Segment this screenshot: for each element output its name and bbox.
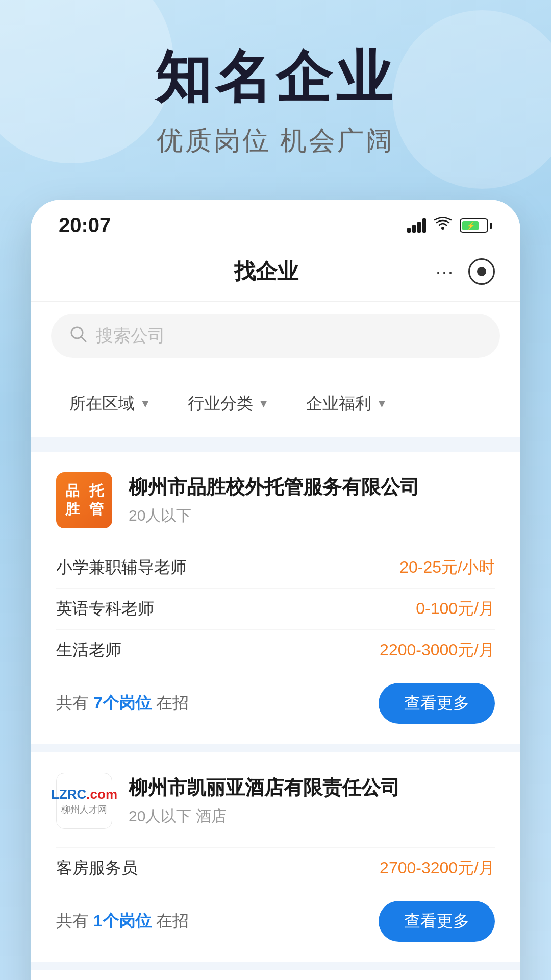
hero-section: 知名企业 优质岗位 机会广阔 (0, 0, 551, 189)
filter-industry-arrow: ▼ (258, 397, 269, 410)
status-bar: 20:07 (31, 200, 520, 247)
view-more-btn-1[interactable]: 查看更多 (379, 683, 495, 724)
job-salary-2-1: 2700-3200元/月 (380, 857, 495, 879)
job-salary-1-3: 2200-3000元/月 (380, 639, 495, 662)
filter-welfare-arrow: ▼ (377, 397, 388, 410)
lzrc-red-text: .com (86, 787, 117, 802)
footer-pre-1: 共有 (56, 694, 89, 712)
company-card-3[interactable]: LZRC.com 柳州人才网 柳州市三朵云食品公司 20-99人 批发/零售 财… (31, 970, 520, 980)
job-row-2-1: 客房服务员 2700-3200元/月 (56, 847, 495, 889)
hero-title: 知名企业 (0, 46, 551, 108)
company-logo-2: LZRC.com 柳州人才网 (56, 773, 112, 829)
search-icon (69, 325, 87, 347)
search-section: 搜索公司 (31, 302, 520, 372)
company-meta-2: 20人以下 酒店 (129, 806, 400, 827)
search-bar[interactable]: 搜索公司 (51, 314, 500, 358)
hero-subtitle: 优质岗位 机会广阔 (0, 123, 551, 159)
company-card-2[interactable]: LZRC.com 柳州人才网 柳州市凯丽亚酒店有限责任公司 20人以下 酒店 客… (31, 752, 520, 962)
job-row-1-3: 生活老师 2200-3000元/月 (56, 629, 495, 671)
signal-bar-1 (407, 228, 411, 233)
signal-icon (407, 218, 426, 233)
cards-section: 品胜 托管 柳州市品胜校外托管服务有限公司 20人以下 小学兼职辅导老师 20-… (31, 442, 520, 980)
footer-count-1: 共有 7个岗位 在招 (56, 692, 189, 715)
filter-area-arrow: ▼ (140, 397, 151, 410)
positions-count-2: 1个岗位 (93, 912, 152, 930)
search-placeholder: 搜索公司 (96, 324, 165, 348)
signal-bar-3 (417, 222, 421, 233)
battery-bolt: ⚡ (466, 222, 475, 230)
company-header-2: LZRC.com 柳州人才网 柳州市凯丽亚酒店有限责任公司 20人以下 酒店 (56, 773, 495, 829)
filter-welfare[interactable]: 企业福利 ▼ (288, 384, 406, 423)
svg-line-2 (81, 337, 86, 341)
svg-point-0 (441, 227, 444, 230)
nav-bar: 找企业 ··· (31, 247, 520, 302)
battery-body: ⚡ (460, 218, 488, 233)
job-row-1-1: 小学兼职辅导老师 20-25元/小时 (56, 547, 495, 588)
nav-title: 找企业 (234, 257, 298, 286)
footer-pre-2: 共有 (56, 912, 89, 930)
positions-count-1: 7个岗位 (93, 694, 152, 712)
job-title-2-1: 客房服务员 (56, 857, 138, 879)
nav-actions: ··· (436, 258, 495, 285)
filter-area[interactable]: 所在区域 ▼ (51, 384, 169, 423)
filter-industry-label: 行业分类 (188, 393, 253, 415)
company-header-1: 品胜 托管 柳州市品胜校外托管服务有限公司 20人以下 (56, 472, 495, 528)
filter-bar: 所在区域 ▼ 行业分类 ▼ 企业福利 ▼ (31, 372, 520, 442)
view-more-btn-2[interactable]: 查看更多 (379, 901, 495, 942)
job-salary-1-1: 20-25元/小时 (399, 556, 495, 579)
nav-more-button[interactable]: ··· (436, 261, 454, 282)
footer-post-1: 在招 (156, 694, 189, 712)
battery-tip (490, 223, 492, 229)
wifi-icon (434, 216, 452, 234)
company-name-1: 柳州市品胜校外托管服务有限公司 (129, 474, 419, 500)
job-salary-1-2: 0-100元/月 (416, 598, 495, 620)
footer-count-2: 共有 1个岗位 在招 (56, 910, 189, 933)
company-meta-1: 20人以下 (129, 505, 419, 526)
footer-post-2: 在招 (156, 912, 189, 930)
job-row-1-2: 英语专科老师 0-100元/月 (56, 588, 495, 629)
phone-wrapper: 20:07 (0, 200, 551, 980)
company-info-2: 柳州市凯丽亚酒店有限责任公司 20人以下 酒店 (129, 775, 400, 827)
company-name-2: 柳州市凯丽亚酒店有限责任公司 (129, 775, 400, 801)
footer-positions-1[interactable]: 7个岗位 (93, 694, 152, 712)
battery-fill: ⚡ (462, 221, 479, 230)
filter-welfare-label: 企业福利 (306, 393, 371, 415)
footer-positions-2[interactable]: 1个岗位 (93, 912, 152, 930)
signal-bar-4 (422, 218, 426, 233)
job-title-1-3: 生活老师 (56, 639, 121, 662)
battery-icon: ⚡ (460, 218, 492, 233)
job-title-1-1: 小学兼职辅导老师 (56, 556, 187, 579)
card-footer-1: 共有 7个岗位 在招 查看更多 (56, 683, 495, 724)
company-logo-1: 品胜 托管 (56, 472, 112, 528)
signal-bar-2 (412, 225, 416, 233)
job-title-1-2: 英语专科老师 (56, 598, 154, 620)
lzrc-logo-text: LZRC.com 柳州人才网 (51, 787, 117, 816)
logo-text-line2: 托管 (84, 482, 108, 519)
phone-mockup: 20:07 (31, 200, 520, 980)
logo-text-line1: 品胜 (60, 482, 84, 519)
status-icons: ⚡ (407, 216, 492, 234)
company-card-1[interactable]: 品胜 托管 柳州市品胜校外托管服务有限公司 20人以下 小学兼职辅导老师 20-… (31, 452, 520, 744)
filter-industry[interactable]: 行业分类 ▼ (169, 384, 288, 423)
nav-record-dot (477, 267, 486, 276)
filter-area-label: 所在区域 (69, 393, 135, 415)
company-info-1: 柳州市品胜校外托管服务有限公司 20人以下 (129, 474, 419, 526)
lzrc-sub: 柳州人才网 (51, 803, 117, 816)
card-footer-2: 共有 1个岗位 在招 查看更多 (56, 901, 495, 942)
lzrc-blue-text: LZRC (51, 787, 86, 802)
nav-record-button[interactable] (468, 258, 495, 285)
status-time: 20:07 (59, 214, 111, 237)
